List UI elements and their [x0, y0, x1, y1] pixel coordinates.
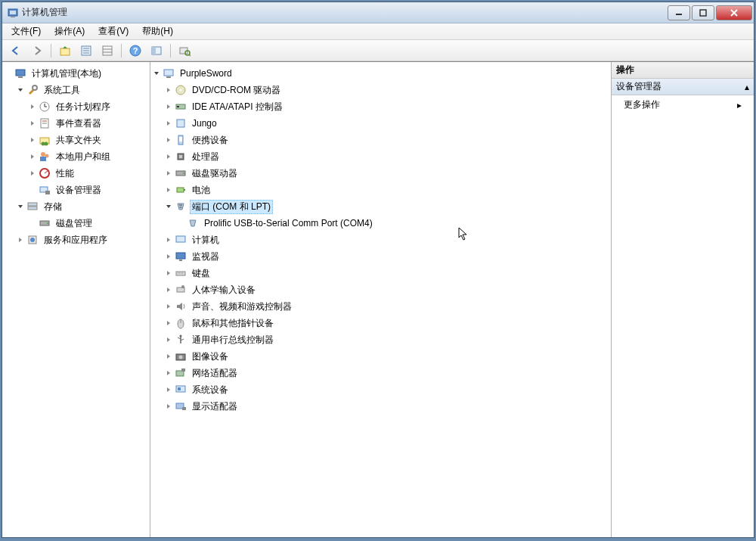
tree-task-scheduler[interactable]: 任务计划程序 — [4, 98, 148, 115]
tree-sys-tools[interactable]: 系统工具 — [4, 82, 148, 98]
chevron-down-icon[interactable] — [16, 86, 25, 95]
computer-icon — [14, 67, 26, 79]
selected-label: 端口 (COM 和 LPT) — [190, 200, 273, 214]
chevron-right-icon[interactable] — [28, 119, 37, 128]
svg-point-46 — [30, 238, 35, 242]
minimize-button[interactable] — [668, 5, 690, 20]
tree-root[interactable]: 计算机管理(本地) — [4, 65, 148, 82]
chevron-right-icon[interactable] — [164, 252, 173, 261]
display-adapter-icon — [175, 400, 187, 412]
chevron-right-icon[interactable] — [28, 152, 37, 161]
device-usb[interactable]: 通用串行总线控制器 — [152, 331, 609, 348]
actions-section[interactable]: 设备管理器 ▴ — [612, 79, 754, 95]
show-hide-button[interactable] — [147, 42, 166, 59]
device-mouse[interactable]: 鼠标和其他指针设备 — [152, 315, 609, 331]
toolbar: ? — [2, 40, 754, 61]
device-imaging[interactable]: 图像设备 — [152, 348, 609, 365]
device-ide[interactable]: IDE ATA/ATAPI 控制器 — [152, 98, 609, 115]
chevron-right-icon[interactable] — [164, 135, 173, 145]
scan-button[interactable] — [175, 42, 194, 59]
tree-local-users[interactable]: 本地用户和组 — [4, 148, 148, 165]
menu-view[interactable]: 查看(V) — [92, 23, 135, 39]
properties-button[interactable] — [77, 42, 95, 59]
device-jungo[interactable]: Jungo — [152, 115, 609, 132]
tree-performance[interactable]: 性能 — [4, 165, 148, 182]
chevron-down-icon[interactable] — [152, 69, 161, 78]
device-system[interactable]: 系统设备 — [152, 381, 609, 398]
device-prolific[interactable]: Prolific USB-to-Serial Comm Port (COM4) — [152, 215, 609, 232]
svg-line-21 — [189, 54, 191, 56]
storage-icon — [26, 201, 39, 213]
chevron-right-icon[interactable] — [164, 102, 173, 111]
chevron-icon[interactable] — [176, 219, 185, 228]
close-button[interactable] — [716, 5, 752, 20]
chevron-right-icon[interactable] — [164, 368, 173, 378]
device-dvd[interactable]: DVD/CD-ROM 驱动器 — [152, 82, 609, 98]
svg-rect-47 — [164, 70, 173, 76]
forward-button[interactable] — [28, 42, 46, 59]
back-button[interactable] — [7, 42, 25, 59]
chevron-right-icon[interactable] — [28, 169, 37, 178]
device-sound[interactable]: 声音、视频和游戏控制器 — [152, 298, 609, 315]
device-disk[interactable]: 磁盘驱动器 — [152, 165, 609, 182]
tree-shared-folders[interactable]: 共享文件夹 — [4, 132, 148, 148]
svg-rect-23 — [18, 76, 23, 78]
svg-rect-53 — [177, 120, 184, 127]
chevron-right-icon[interactable] — [164, 352, 173, 361]
chevron-right-icon[interactable] — [28, 135, 37, 145]
chevron-right-icon[interactable] — [164, 235, 173, 244]
device-display[interactable]: 显示适配器 — [152, 398, 609, 415]
svg-rect-36 — [40, 157, 46, 161]
more-actions[interactable]: 更多操作 ▸ — [612, 95, 754, 114]
chevron-right-icon[interactable] — [164, 86, 173, 95]
chevron-icon[interactable] — [28, 185, 37, 194]
chevron-right-icon[interactable] — [164, 119, 173, 128]
device-network[interactable]: 网络适配器 — [152, 365, 609, 381]
svg-rect-22 — [16, 70, 25, 76]
harddisk-icon — [175, 167, 187, 179]
device-portable[interactable]: 便携设备 — [152, 132, 609, 148]
chevron-right-icon[interactable] — [164, 285, 173, 294]
tree-event-viewer[interactable]: 事件查看器 — [4, 115, 148, 132]
menu-file[interactable]: 文件(F) — [5, 23, 47, 39]
chevron-right-icon[interactable] — [164, 319, 173, 328]
device-computer-cat[interactable]: 计算机 — [152, 232, 609, 248]
maximize-button[interactable] — [692, 5, 714, 20]
serial-port-icon — [187, 217, 199, 229]
chevron-right-icon[interactable] — [164, 185, 173, 194]
chevron-icon[interactable] — [28, 219, 37, 228]
chevron-right-icon[interactable] — [16, 235, 25, 244]
device-ports[interactable]: 端口 (COM 和 LPT) — [152, 198, 609, 215]
chevron-down-icon[interactable] — [164, 202, 173, 211]
tree-device-manager[interactable]: 设备管理器 — [4, 182, 148, 198]
device-computer[interactable]: PurpleSword — [152, 65, 609, 82]
chevron-right-icon[interactable] — [164, 335, 173, 344]
chevron-icon[interactable] — [4, 69, 13, 78]
chevron-right-icon[interactable] — [164, 269, 173, 278]
list-button[interactable] — [98, 42, 116, 59]
chevron-right-icon[interactable] — [164, 402, 173, 411]
device-keyboard[interactable]: 键盘 — [152, 265, 609, 281]
device-manager-icon — [39, 184, 51, 196]
tree-disk-management[interactable]: 磁盘管理 — [4, 215, 148, 232]
chevron-right-icon[interactable] — [164, 169, 173, 178]
svg-point-24 — [33, 86, 37, 90]
tree-services-apps[interactable]: 服务和应用程序 — [4, 232, 148, 248]
chevron-right-icon[interactable] — [164, 302, 173, 311]
menu-action[interactable]: 操作(A) — [48, 23, 91, 39]
device-battery[interactable]: 电池 — [152, 182, 609, 198]
device-hid[interactable]: 人体学输入设备 — [152, 281, 609, 298]
device-monitor[interactable]: 监视器 — [152, 248, 609, 265]
help-button[interactable]: ? — [126, 42, 144, 59]
chevron-right-icon[interactable] — [28, 102, 37, 111]
up-button[interactable] — [56, 42, 74, 59]
menu-help[interactable]: 帮助(H) — [136, 23, 179, 39]
device-cpu[interactable]: 处理器 — [152, 148, 609, 165]
svg-point-70 — [181, 285, 184, 288]
chevron-down-icon[interactable] — [16, 202, 25, 211]
app-icon — [7, 7, 19, 19]
titlebar[interactable]: 计算机管理 — [2, 2, 754, 23]
chevron-right-icon[interactable] — [164, 385, 173, 394]
chevron-right-icon[interactable] — [164, 152, 173, 161]
tree-storage[interactable]: 存储 — [4, 198, 148, 215]
